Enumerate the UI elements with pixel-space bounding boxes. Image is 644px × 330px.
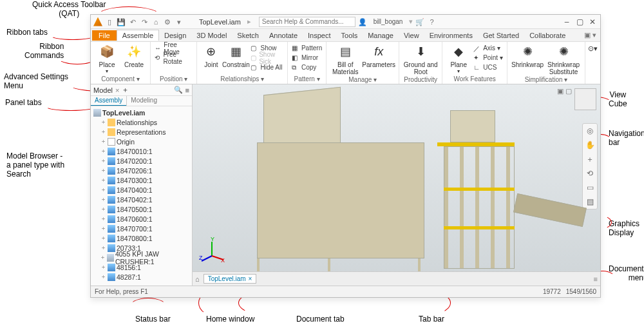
graphics-display[interactable]: ▣ ▢ ◎ ✋ ＋ ⟲ ▭ ▤	[193, 84, 600, 286]
panel-productivity: ⬇Ground and Root Productivity	[399, 42, 442, 84]
tree-label: 18470300:1	[117, 177, 152, 184]
nav-pan-icon[interactable]: ✋	[583, 138, 597, 152]
advanced-settings-menu[interactable]: ⊙▾	[585, 42, 600, 84]
browser-tab-assembly[interactable]: Assembly	[91, 96, 126, 106]
undo-icon[interactable]: ↶	[128, 17, 137, 26]
save-icon[interactable]: 💾	[117, 17, 126, 26]
home-window-button[interactable]: ⌂	[195, 275, 200, 283]
panel-label-simpl[interactable]: Simplification ▾	[511, 75, 581, 84]
tab-design[interactable]: Design	[159, 30, 191, 41]
tab-view[interactable]: View	[399, 30, 424, 41]
panel-label-component[interactable]: Component ▾	[95, 75, 146, 84]
cart-icon[interactable]: 🛒	[415, 17, 424, 26]
nav-orbit-icon[interactable]: ⟲	[583, 166, 597, 180]
tree-part[interactable]: ＋18470200:1	[91, 156, 192, 166]
tab-collaborate[interactable]: Collaborate	[524, 30, 571, 41]
tab-assemble[interactable]: Assemble	[117, 30, 159, 41]
search-help-input[interactable]	[259, 17, 355, 27]
panel-label-relationships[interactable]: Relationships ▾	[201, 75, 283, 84]
tree-part[interactable]: ＋18470206:1	[91, 166, 192, 175]
free-rotate-button[interactable]: ⟲Free Rotate	[155, 53, 193, 63]
tab-tools[interactable]: Tools	[336, 30, 363, 41]
tree-part[interactable]: ＋18470500:1	[91, 204, 192, 214]
parameters-button[interactable]: fxParameters	[363, 43, 395, 68]
browser-add-icon[interactable]: ＋	[122, 85, 129, 95]
tree-part[interactable]: ＋18470800:1	[91, 233, 192, 243]
user-dropdown-icon[interactable]: ▾	[409, 17, 413, 26]
hide-all-button[interactable]: ▢Hide All	[251, 63, 283, 72]
settings-icon[interactable]: ⚙	[163, 17, 172, 26]
close-button[interactable]: ✕	[587, 17, 598, 26]
tree-part[interactable]: ＋4055 KPI JAW CRUSHER:1	[91, 253, 192, 262]
callout-nav-bar: Navigation bar	[609, 129, 644, 147]
tab-annotate[interactable]: Annotate	[264, 30, 303, 41]
tab-3d-model[interactable]: 3D Model	[191, 30, 232, 41]
tree-folder[interactable]: ＋Relationships	[91, 117, 192, 127]
view-cube[interactable]	[574, 88, 596, 110]
panel-label-position[interactable]: Position ▾	[155, 75, 193, 84]
nav-lookat-icon[interactable]: ▭	[583, 180, 597, 195]
ucs-button[interactable]: ∟UCS	[473, 63, 503, 72]
nav-zoom-icon[interactable]: ＋	[583, 152, 597, 166]
tab-get-started[interactable]: Get Started	[478, 30, 524, 41]
panel-pattern: ▦Pattern ◧Mirror ⧉Copy Pattern ▾	[288, 42, 327, 84]
tree-part[interactable]: ＋18470600:1	[91, 214, 192, 224]
tree-part[interactable]: ＋18470300:1	[91, 175, 192, 185]
panel-label-pattern[interactable]: Pattern ▾	[292, 75, 322, 84]
place-button[interactable]: 📦Place▾	[95, 43, 119, 74]
browser-menu-icon[interactable]: ≡	[185, 86, 189, 94]
tree-part[interactable]: ＋18470700:1	[91, 224, 192, 233]
svg-line-2	[202, 256, 212, 261]
documents-menu-icon[interactable]: ≡	[594, 275, 598, 283]
plane-button[interactable]: ◆Plane▾	[446, 43, 471, 74]
redo-icon[interactable]: ↷	[140, 17, 149, 26]
create-button[interactable]: ✨Create	[122, 43, 146, 68]
home-icon[interactable]: ⌂	[151, 17, 160, 26]
nav-fullnav-icon[interactable]: ▤	[583, 195, 597, 209]
help-icon[interactable]: ?	[427, 17, 436, 26]
file-tab[interactable]: File	[92, 30, 117, 41]
copy-button[interactable]: ⧉Copy	[292, 63, 322, 72]
browser-close-icon[interactable]: ×	[115, 86, 119, 94]
tree-folder[interactable]: ＋Representations	[91, 127, 192, 137]
user-icon[interactable]: 👤	[358, 17, 367, 26]
ground-root-button[interactable]: ⬇Ground and Root	[403, 43, 438, 75]
tree-folder[interactable]: ＋Origin	[91, 137, 192, 146]
content-area: Model × ＋ 🔍 ≡ Assembly Modeling TopLevel…	[91, 84, 600, 286]
shrinkwrap-button[interactable]: ✺Shrinkwrap	[511, 43, 544, 68]
open-icon[interactable]: ▯	[105, 17, 114, 26]
browser-tree[interactable]: TopLevel.iam ＋Relationships＋Representati…	[91, 106, 192, 286]
shrinkwrap-sub-button[interactable]: ✺Shrinkwrap Substitute	[546, 43, 581, 75]
dropdown-icon[interactable]: ▾	[175, 17, 184, 26]
browser-search-icon[interactable]: 🔍	[174, 86, 183, 94]
tab-inspect[interactable]: Inspect	[303, 30, 336, 41]
constrain-button[interactable]: ▦Constrain	[223, 43, 248, 68]
tree-root[interactable]: TopLevel.iam	[91, 108, 192, 117]
tree-label: 18470402:1	[117, 196, 152, 204]
tab-manage[interactable]: Manage	[363, 30, 399, 41]
browser-tab-modeling[interactable]: Modeling	[126, 96, 161, 106]
joint-button[interactable]: ⊕Joint	[201, 43, 221, 68]
nav-steering-icon[interactable]: ◎	[583, 124, 597, 138]
tree-part[interactable]: ＋18470402:1	[91, 195, 192, 204]
maximize-button[interactable]: ▢	[574, 17, 585, 26]
axis-button[interactable]: ／Axis ▾	[473, 43, 503, 53]
panel-label-manage[interactable]: Manage ▾	[330, 75, 395, 84]
folder-icon	[108, 128, 115, 136]
tree-part[interactable]: ＋48287:1	[91, 272, 192, 282]
ribbon-help-icon[interactable]: ▣ ▾	[584, 31, 600, 39]
tree-part[interactable]: ＋18470400:1	[91, 185, 192, 195]
mirror-icon: ◧	[292, 54, 299, 62]
minimize-button[interactable]: –	[562, 17, 572, 26]
panel-manage: ▤Bill of Materials fxParameters Manage ▾	[327, 42, 399, 84]
document-tab[interactable]: TopLevel.iam×	[204, 274, 257, 284]
status-count-2: 1549/1560	[566, 288, 596, 295]
pattern-button[interactable]: ▦Pattern	[292, 43, 322, 53]
doc-tab-close-icon[interactable]: ×	[249, 275, 252, 282]
bom-button[interactable]: ▤Bill of Materials	[330, 43, 360, 75]
tree-part[interactable]: ＋18470010:1	[91, 146, 192, 156]
mirror-button[interactable]: ◧Mirror	[292, 53, 322, 63]
point-button[interactable]: ✦Point ▾	[473, 53, 503, 63]
tab-sketch[interactable]: Sketch	[232, 30, 264, 41]
tab-environments[interactable]: Environments	[424, 30, 478, 41]
